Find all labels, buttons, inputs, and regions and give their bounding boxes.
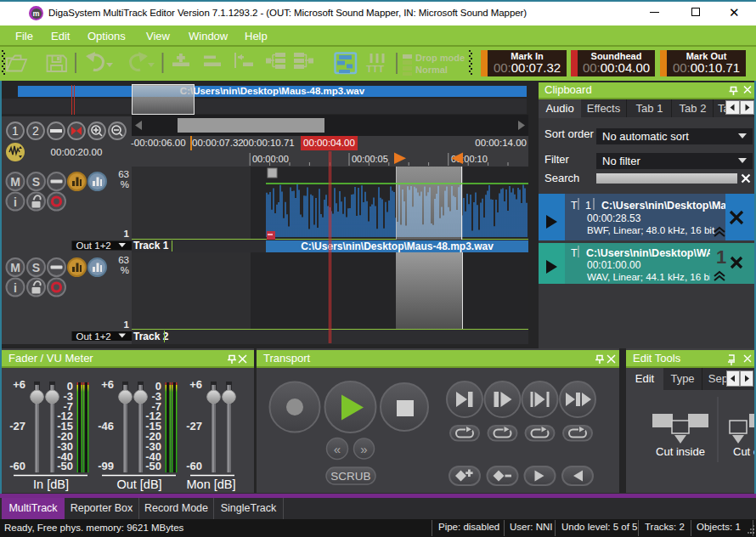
- svg-text:Drop mode: Drop mode: [415, 53, 465, 63]
- svg-text:63: 63: [118, 169, 129, 179]
- svg-text:00:01:00.00: 00:01:00.00: [587, 259, 641, 271]
- svg-text:63: 63: [118, 255, 129, 265]
- svg-text:Cut inside: Cut inside: [656, 445, 705, 458]
- svg-text:S: S: [32, 175, 40, 189]
- svg-text:2: 2: [32, 124, 39, 138]
- svg-text:M: M: [10, 261, 20, 274]
- svg-text:%: %: [121, 265, 129, 275]
- svg-text:C:\Users\nin\Desktop\Maus: C:\Users\nin\Desktop\Maus: [601, 200, 739, 212]
- svg-text:-99: -99: [98, 460, 114, 472]
- svg-text:«: «: [334, 442, 341, 456]
- svg-text:T: T: [571, 200, 578, 212]
- svg-text:00:00:28.53: 00:00:28.53: [587, 212, 641, 224]
- svg-text:i: i: [14, 281, 17, 295]
- svg-text:00:00:20.00: 00:00:20.00: [51, 147, 103, 157]
- svg-text:WAV, Linear; 44.1 kHz, 16 bi: WAV, Linear; 44.1 kHz, 16 bi: [587, 271, 712, 282]
- svg-text:-60: -60: [186, 460, 202, 472]
- svg-text:1: 1: [124, 229, 130, 239]
- svg-text:In [dB]: In [dB]: [33, 478, 69, 491]
- svg-text:1: 1: [12, 124, 19, 138]
- svg-text:M: M: [10, 175, 20, 189]
- svg-text:-50: -50: [57, 460, 73, 472]
- svg-text:C:\Users\nin\Desktop\WAV: C:\Users\nin\Desktop\WAV: [586, 247, 720, 259]
- svg-text:%: %: [121, 179, 129, 189]
- svg-text:+6: +6: [101, 378, 114, 391]
- svg-text:Normal: Normal: [415, 65, 448, 75]
- svg-text:00:00:05: 00:00:05: [352, 154, 388, 164]
- svg-text:+6: +6: [189, 378, 202, 391]
- svg-text:00:00:00: 00:00:00: [252, 154, 289, 164]
- svg-text:i: i: [14, 195, 17, 209]
- svg-text:Out 1+2: Out 1+2: [76, 240, 111, 251]
- svg-text:-46: -46: [98, 420, 114, 432]
- svg-text:BWF, Linear; 48.0 kHz, 16 bit: BWF, Linear; 48.0 kHz, 16 bit: [587, 224, 715, 235]
- svg-text:»: »: [360, 442, 367, 456]
- svg-text:SCRUB: SCRUB: [330, 470, 370, 483]
- svg-text:-50: -50: [145, 460, 161, 472]
- svg-text:S: S: [32, 261, 40, 274]
- svg-text:-27: -27: [186, 420, 202, 432]
- svg-text:T: T: [571, 247, 578, 259]
- svg-text:1: 1: [124, 319, 130, 330]
- svg-text:+6: +6: [13, 378, 25, 391]
- svg-text:TTT: TTT: [366, 64, 384, 74]
- svg-text:1: 1: [585, 200, 591, 212]
- svg-text:1: 1: [716, 246, 726, 268]
- svg-text:-60: -60: [9, 460, 25, 472]
- svg-text:Mon [dB]: Mon [dB]: [186, 478, 235, 491]
- svg-text:Cut o: Cut o: [733, 445, 754, 458]
- svg-text:Out 1+2: Out 1+2: [76, 331, 111, 342]
- svg-text:Out [dB]: Out [dB]: [116, 478, 161, 491]
- svg-text:-27: -27: [9, 420, 25, 432]
